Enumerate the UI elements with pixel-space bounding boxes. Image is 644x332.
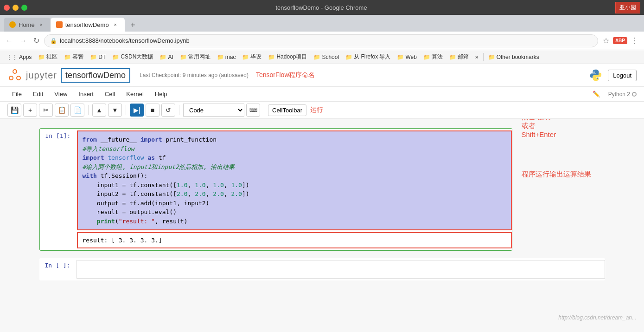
refresh-button[interactable]: ↻: [32, 34, 41, 47]
bookmark-common-label: 常用网址: [188, 53, 210, 61]
back-button[interactable]: ←: [4, 35, 15, 47]
menu-kernel[interactable]: Kernel: [121, 89, 148, 99]
run-button[interactable]: ▶|: [130, 104, 144, 117]
url-bar[interactable]: 🔒 localhost:8888/notebooks/tensorflowDem…: [44, 34, 598, 47]
bookmark-dt[interactable]: 📁 DT: [87, 53, 108, 61]
toolbar-separator-1: [88, 105, 89, 115]
bookmark-other-label: Other bookmarks: [497, 54, 539, 60]
menu-file[interactable]: File: [7, 89, 26, 99]
cell-1-code[interactable]: from __future__ import print_function #导…: [77, 130, 512, 230]
cell-1-output: result: [ 3. 3. 3. 3.]: [77, 232, 512, 248]
bookmark-csdn-label: CSDN大数据: [121, 53, 153, 61]
cell-container: In [1]: from __future__ import print_fun…: [30, 128, 614, 280]
apps-grid-icon: ⋮⋮: [6, 54, 18, 60]
bookmarks-bar: ⋮⋮ Apps 📁 社区 📁 容智 📁 DT 📁 CSDN大数据 📁 AI 📁 …: [0, 50, 644, 64]
toolbar-separator-2: [126, 105, 126, 115]
menu-help[interactable]: Help: [150, 89, 172, 99]
code-line-6: input1 = tf.constant([1.0, 1.0, 1.0, 1.0…: [83, 181, 506, 190]
menu-cell[interactable]: Cell: [100, 89, 120, 99]
code-cell-2[interactable]: In [ ]:: [39, 258, 605, 280]
bookmark-apps[interactable]: ⋮⋮ Apps: [4, 53, 34, 61]
bookmark-other[interactable]: 📁 Other bookmarks: [485, 53, 542, 61]
menu-view[interactable]: View: [50, 89, 72, 99]
bookmark-ai[interactable]: 📁 AI: [157, 53, 176, 61]
python-logo-icon: [589, 69, 602, 82]
new-tab-button[interactable]: +: [127, 19, 140, 32]
cell-type-select[interactable]: Code Markdown Raw NBConvert Heading: [183, 104, 244, 117]
toolbar-separator-3: [179, 105, 179, 115]
svg-point-6: [593, 72, 595, 73]
bookmark-biye-label: 毕设: [250, 53, 261, 61]
bookmark-mail[interactable]: 📁 邮箱: [446, 52, 472, 62]
folder-icon: 📁: [90, 54, 97, 60]
star-button[interactable]: ☆: [601, 34, 611, 47]
cell-2-input[interactable]: [77, 260, 605, 279]
bookmark-more[interactable]: »: [472, 53, 481, 61]
home-favicon: [9, 21, 16, 28]
code-cell-1[interactable]: In [1]: from __future__ import print_fun…: [39, 128, 512, 251]
cell-1-wrapper: In [1]: from __future__ import print_fun…: [39, 128, 605, 254]
celltoolbar-button[interactable]: CellToolbar: [268, 104, 306, 116]
folder-icon: 📁: [313, 54, 320, 60]
bookmark-rz[interactable]: 📁 容智: [61, 52, 86, 62]
notebook-name[interactable]: tensorflowDemo: [61, 68, 130, 83]
edit-pencil-button[interactable]: ✏️: [588, 89, 605, 99]
bookmark-school[interactable]: 📁 School: [311, 53, 342, 61]
forward-button[interactable]: →: [18, 35, 29, 47]
code-line-1: from __future__ import print_function: [83, 135, 506, 144]
watermark: http://blog.csdn.net/dream_an...: [558, 314, 637, 321]
tab-home[interactable]: Home ×: [4, 18, 51, 32]
move-up-button[interactable]: ▲: [92, 104, 106, 117]
bookmark-algo[interactable]: 📁 算法: [421, 52, 446, 62]
toolbar-icons: ☆ ABP ⋮: [601, 34, 640, 47]
bookmark-dt-label: DT: [98, 54, 106, 60]
close-button[interactable]: [4, 5, 10, 11]
bookmark-csdn[interactable]: 📁 CSDN大数据: [109, 52, 156, 62]
bookmark-mac[interactable]: 📁 mac: [214, 53, 239, 61]
bookmark-community-label: 社区: [46, 53, 57, 61]
minimize-button[interactable]: [13, 5, 19, 11]
bookmark-common[interactable]: 📁 常用网址: [177, 52, 213, 62]
bookmark-web[interactable]: 📁 Web: [394, 53, 419, 61]
menu-button[interactable]: ⋮: [629, 34, 640, 47]
add-cell-button[interactable]: +: [23, 104, 37, 117]
menu-right: ✏️ Python 2: [588, 89, 637, 99]
bookmark-school-label: School: [322, 54, 339, 60]
secure-icon: 🔒: [50, 38, 57, 44]
cut-button[interactable]: ✂: [39, 104, 53, 117]
kernel-info: Python 2: [608, 91, 637, 98]
keyboard-button[interactable]: ⌨: [246, 104, 260, 117]
paste-button[interactable]: 📄: [70, 104, 84, 117]
bookmark-algo-label: 算法: [432, 53, 443, 61]
restart-button[interactable]: ↺: [161, 104, 175, 117]
tab-notebook[interactable]: tensorflowDemo ×: [51, 18, 125, 32]
maximize-button[interactable]: [21, 5, 27, 11]
bookmark-community[interactable]: 📁 社区: [35, 52, 60, 62]
adblock-button[interactable]: ABP: [613, 37, 627, 44]
notebook-area[interactable]: In [1]: from __future__ import print_fun…: [0, 119, 644, 332]
toolbar-separator-4: [264, 105, 264, 115]
jupyter-toolbar: 💾 + ✂ 📋 📄 ▲ ▼ ▶| ■ ↺ Code Markdown Raw N…: [0, 102, 644, 119]
bookmark-separator: [483, 53, 484, 61]
move-down-button[interactable]: ▼: [108, 104, 122, 117]
jupyter-header-right: Logout: [589, 69, 637, 82]
tab-notebook-label: tensorflowDemo: [65, 21, 109, 28]
interrupt-button[interactable]: ■: [146, 104, 159, 117]
cell-2-prompt: In [ ]:: [39, 258, 77, 280]
bookmark-firefox[interactable]: 📁 从 Firefox 导入: [343, 52, 393, 62]
jupyter-logo-text: jupyter: [26, 70, 57, 81]
tab-notebook-close[interactable]: ×: [112, 21, 119, 28]
folder-icon: 📁: [180, 54, 187, 60]
copy-button[interactable]: 📋: [55, 104, 69, 117]
bookmark-hadoop[interactable]: 📁 Hadoop项目: [265, 52, 310, 62]
tab-home-close[interactable]: ×: [38, 21, 45, 28]
menu-insert[interactable]: Insert: [74, 89, 98, 99]
bookmark-biye[interactable]: 📁 毕设: [239, 52, 264, 62]
window-controls: [4, 5, 27, 11]
jupyter-favicon: [56, 21, 63, 28]
logout-button[interactable]: Logout: [608, 70, 637, 81]
menu-edit[interactable]: Edit: [28, 89, 48, 99]
kernel-label: Python 2: [608, 91, 630, 98]
user-button[interactable]: 亚小园: [615, 2, 640, 13]
save-button[interactable]: 💾: [7, 104, 21, 117]
